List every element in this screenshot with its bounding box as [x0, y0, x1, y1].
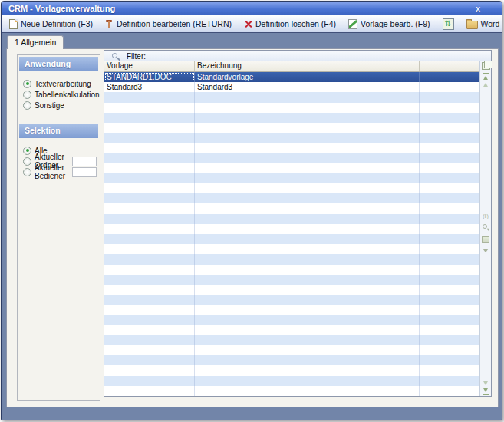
- cell-bezeichnung[interactable]: [195, 133, 420, 143]
- table-row[interactable]: STANDARD1.DOCStandardvorlage: [104, 72, 480, 82]
- table-row[interactable]: [104, 224, 480, 234]
- cell-vorlage[interactable]: [104, 214, 195, 224]
- cell-bezeichnung[interactable]: [195, 376, 420, 386]
- cell-vorlage[interactable]: [104, 325, 195, 335]
- table-row[interactable]: [104, 386, 480, 396]
- cell-bezeichnung[interactable]: [195, 244, 420, 254]
- table-icon[interactable]: [482, 236, 489, 243]
- cell-vorlage[interactable]: [104, 355, 195, 365]
- table-row[interactable]: [104, 325, 480, 335]
- cell-empty[interactable]: [420, 224, 480, 234]
- cell-vorlage[interactable]: [104, 224, 195, 234]
- column-chooser-icon[interactable]: [482, 62, 490, 70]
- cell-empty[interactable]: [420, 355, 480, 365]
- cell-bezeichnung[interactable]: [195, 203, 420, 213]
- table-row[interactable]: [104, 92, 480, 102]
- cell-empty[interactable]: [420, 163, 480, 173]
- table-row[interactable]: [104, 183, 480, 193]
- cell-empty[interactable]: [420, 335, 480, 345]
- filter-funnel-icon[interactable]: [483, 249, 489, 256]
- vorlage-bearbeiten-button[interactable]: Vorlage bearb. (F9): [344, 18, 433, 31]
- cell-vorlage[interactable]: [104, 103, 195, 113]
- tab-allgemein[interactable]: 1 Allgemein: [7, 35, 64, 49]
- cell-vorlage[interactable]: [104, 244, 195, 254]
- cell-empty[interactable]: [420, 376, 480, 386]
- scroll-last-icon[interactable]: [483, 394, 489, 395]
- cell-empty[interactable]: [420, 214, 480, 224]
- table-row[interactable]: [104, 265, 480, 275]
- cell-vorlage[interactable]: [104, 285, 195, 295]
- cell-vorlage[interactable]: [104, 153, 195, 163]
- cell-empty[interactable]: [420, 143, 480, 153]
- table-row[interactable]: [104, 103, 480, 113]
- cell-vorlage[interactable]: [104, 265, 195, 275]
- radio-icon[interactable]: [23, 168, 31, 176]
- cell-vorlage[interactable]: [104, 295, 195, 305]
- cell-empty[interactable]: [420, 265, 480, 275]
- cell-bezeichnung[interactable]: [195, 103, 420, 113]
- cell-vorlage[interactable]: [104, 254, 195, 264]
- cell-bezeichnung[interactable]: [195, 365, 420, 375]
- definition-bearbeiten-button[interactable]: Definition bearbeiten (RETURN): [101, 18, 236, 30]
- table-row[interactable]: [104, 234, 480, 244]
- cell-bezeichnung[interactable]: [195, 335, 420, 345]
- column-header-empty[interactable]: [420, 61, 480, 71]
- cell-bezeichnung[interactable]: [195, 275, 420, 285]
- cell-empty[interactable]: [420, 254, 480, 264]
- cell-vorlage[interactable]: [104, 203, 195, 213]
- cell-bezeichnung[interactable]: [195, 163, 420, 173]
- radio-icon[interactable]: [23, 101, 31, 110]
- table-row[interactable]: [104, 335, 480, 345]
- cell-empty[interactable]: [420, 153, 480, 163]
- scroll-page-down-icon[interactable]: [483, 381, 488, 385]
- table-row[interactable]: [104, 376, 480, 386]
- table-row[interactable]: [104, 254, 480, 264]
- cell-bezeichnung[interactable]: [195, 355, 420, 365]
- cell-vorlage[interactable]: [104, 133, 195, 143]
- table-row[interactable]: Standard3Standard3: [104, 82, 480, 92]
- table-row[interactable]: [104, 214, 480, 224]
- cell-bezeichnung[interactable]: [195, 325, 420, 335]
- cell-empty[interactable]: [420, 193, 480, 203]
- cell-empty[interactable]: [420, 133, 480, 143]
- table-row[interactable]: [104, 153, 480, 163]
- cell-empty[interactable]: [420, 285, 480, 295]
- cell-bezeichnung[interactable]: [195, 92, 420, 102]
- cell-bezeichnung[interactable]: [195, 285, 420, 295]
- cell-empty[interactable]: [420, 82, 480, 92]
- cell-bezeichnung[interactable]: [195, 315, 420, 325]
- table-row[interactable]: [104, 315, 480, 325]
- title-bar[interactable]: CRM - Vorlagenverwaltung x: [2, 2, 502, 15]
- cell-empty[interactable]: [420, 234, 480, 244]
- cell-vorlage[interactable]: [104, 143, 195, 153]
- cell-bezeichnung[interactable]: [195, 143, 420, 153]
- cell-vorlage[interactable]: [104, 113, 195, 123]
- scroll-down-icon[interactable]: [483, 388, 488, 392]
- cell-empty[interactable]: [420, 386, 480, 396]
- column-header-bezeichnung[interactable]: Bezeichnung: [195, 61, 420, 71]
- cell-bezeichnung[interactable]: [195, 113, 420, 123]
- cell-empty[interactable]: [420, 203, 480, 213]
- table-row[interactable]: [104, 163, 480, 173]
- cell-bezeichnung[interactable]: Standard3: [195, 82, 420, 92]
- cell-vorlage[interactable]: [104, 386, 195, 396]
- table-row[interactable]: [104, 345, 480, 355]
- scroll-first-icon[interactable]: [483, 73, 489, 74]
- radio-tabellenkalkulation[interactable]: Tabellenkalkulation: [18, 89, 100, 100]
- cell-vorlage[interactable]: [104, 275, 195, 285]
- scroll-up-icon[interactable]: [483, 76, 488, 80]
- cell-vorlage[interactable]: [104, 92, 195, 102]
- cell-vorlage[interactable]: [104, 193, 195, 203]
- definition-loeschen-button[interactable]: Definition löschen (F4): [240, 18, 340, 30]
- table-row[interactable]: [104, 143, 480, 153]
- word-steuerformate-button[interactable]: Word-Steuerformate (F6): [463, 17, 502, 31]
- radio-textverarbeitung[interactable]: Textverarbeitung: [18, 78, 100, 89]
- table-row[interactable]: [104, 113, 480, 123]
- aktueller-bediener-input[interactable]: [72, 167, 97, 177]
- scroll-page-up-icon[interactable]: [483, 83, 488, 87]
- close-icon[interactable]: x: [476, 2, 480, 15]
- table-row[interactable]: [104, 244, 480, 254]
- cell-empty[interactable]: [420, 325, 480, 335]
- neue-definition-button[interactable]: Neue Definition (F3): [5, 18, 97, 31]
- table-row[interactable]: [104, 355, 480, 365]
